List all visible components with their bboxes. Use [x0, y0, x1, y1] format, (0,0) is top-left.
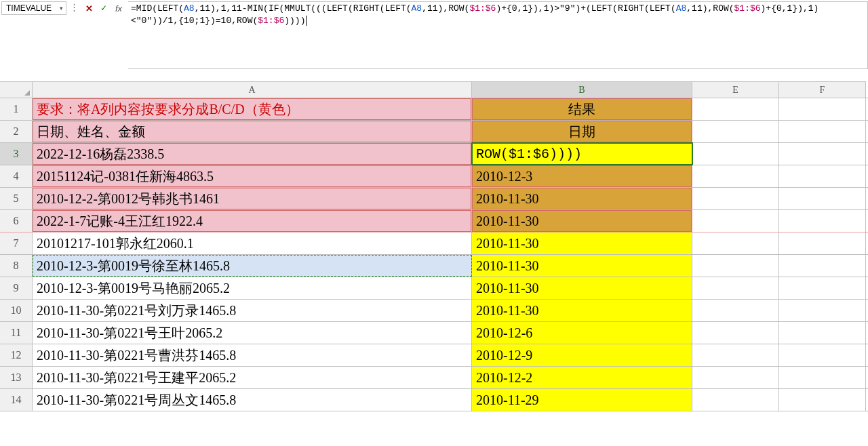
cell-B1[interactable]: 结果 [472, 98, 692, 120]
cell-F10[interactable] [779, 300, 866, 321]
cell-E13[interactable] [692, 367, 779, 388]
cell-A6[interactable]: 2022-1-7记账-4王江红1922.4 [33, 210, 472, 232]
row-header[interactable]: 8 [0, 255, 33, 277]
cell-B14[interactable]: 2010-11-29 [472, 389, 692, 411]
cell-B8[interactable]: 2010-11-30 [472, 255, 692, 277]
row-header[interactable]: 9 [0, 277, 33, 299]
cell-B7[interactable]: 2010-11-30 [472, 232, 692, 254]
table-row: 4 20151124记-0381任新海4863.5 2010-12-3 [0, 165, 868, 188]
row-header[interactable]: 11 [0, 322, 33, 344]
cell-F11[interactable] [779, 322, 866, 344]
cell-E2[interactable] [692, 121, 779, 142]
cell-B10[interactable]: 2010-11-30 [472, 300, 692, 321]
cell-E14[interactable] [692, 389, 779, 411]
cell-B12[interactable]: 2010-12-9 [472, 344, 692, 366]
cell-F4[interactable] [779, 165, 866, 187]
cell-B13[interactable]: 2010-12-2 [472, 367, 692, 388]
cell-E11[interactable] [692, 322, 779, 344]
name-box-value: TIMEVALUE [6, 3, 52, 13]
cell-F6[interactable] [779, 210, 866, 232]
cell-F13[interactable] [779, 367, 866, 388]
column-header-B[interactable]: B [472, 81, 692, 98]
cell-E5[interactable] [692, 188, 779, 209]
row-header[interactable]: 5 [0, 188, 33, 209]
cell-A11[interactable]: 2010-11-30-第0221号王叶2065.2 [33, 322, 472, 344]
cell-B3[interactable]: ROW($1:$6)))) [472, 143, 692, 165]
table-row: 9 2010-12-3-第0019号马艳丽2065.2 2010-11-30 [0, 277, 868, 300]
row-header[interactable]: 7 [0, 232, 33, 254]
cell-E3[interactable] [692, 143, 779, 165]
table-row: 11 2010-11-30-第0221号王叶2065.2 2010-12-6 [0, 322, 868, 344]
cell-A5[interactable]: 2010-12-2-第0012号韩兆书1461 [33, 188, 472, 209]
cell-A7[interactable]: 20101217-101郭永红2060.1 [33, 232, 472, 254]
separator-icon: ⋮ [69, 1, 79, 15]
cell-E6[interactable] [692, 210, 779, 232]
cell-B2[interactable]: 日期 [472, 121, 692, 142]
name-box[interactable]: TIMEVALUE ▾ [1, 1, 66, 15]
row-header[interactable]: 4 [0, 165, 33, 187]
cell-F3[interactable] [779, 143, 866, 165]
cell-B11[interactable]: 2010-12-6 [472, 322, 692, 344]
table-row: 8 2010-12-3-第0019号徐至林1465.8 2010-11-30 [0, 255, 868, 277]
table-row: 13 2010-11-30-第0221号王建平2065.2 2010-12-2 [0, 367, 868, 389]
row-header[interactable]: 6 [0, 210, 33, 232]
table-row: 14 2010-11-30-第0221号周丛文1465.8 2010-11-29 [0, 389, 868, 411]
cell-E9[interactable] [692, 277, 779, 299]
cell-F2[interactable] [779, 121, 866, 142]
row-header[interactable]: 3 [0, 143, 33, 165]
cell-F1[interactable] [779, 98, 866, 120]
cell-F14[interactable] [779, 389, 866, 411]
spreadsheet-grid: A B E F 1 要求：将A列内容按要求分成B/C/D（黄色） 结果 2 日期… [0, 81, 868, 411]
cell-E4[interactable] [692, 165, 779, 187]
cell-A1[interactable]: 要求：将A列内容按要求分成B/C/D（黄色） [33, 98, 472, 120]
table-row: 1 要求：将A列内容按要求分成B/C/D（黄色） 结果 [0, 98, 868, 121]
cell-A4[interactable]: 20151124记-0381任新海4863.5 [33, 165, 472, 187]
row-header[interactable]: 10 [0, 300, 33, 321]
column-header-A[interactable]: A [33, 81, 472, 98]
cell-A9[interactable]: 2010-12-3-第0019号马艳丽2065.2 [33, 277, 472, 299]
cell-E10[interactable] [692, 300, 779, 321]
grid-body: 1 要求：将A列内容按要求分成B/C/D（黄色） 结果 2 日期、姓名、金额 日… [0, 98, 868, 411]
cell-E12[interactable] [692, 344, 779, 366]
cell-F5[interactable] [779, 188, 866, 209]
cell-A10[interactable]: 2010-11-30-第0221号刘万录1465.8 [33, 300, 472, 321]
row-header[interactable]: 14 [0, 389, 33, 411]
cell-F7[interactable] [779, 232, 866, 254]
cell-B5[interactable]: 2010-11-30 [472, 188, 692, 209]
table-row: 2 日期、姓名、金额 日期 [0, 121, 868, 143]
row-header[interactable]: 12 [0, 344, 33, 366]
row-header[interactable]: 1 [0, 98, 33, 120]
fx-icon[interactable]: fx [113, 3, 124, 14]
column-header-E[interactable]: E [692, 81, 779, 98]
cell-E7[interactable] [692, 232, 779, 254]
cell-B9[interactable]: 2010-11-30 [472, 277, 692, 299]
cell-B4[interactable]: 2010-12-3 [472, 165, 692, 187]
chevron-down-icon[interactable]: ▾ [58, 5, 64, 12]
cell-A2[interactable]: 日期、姓名、金额 [33, 121, 472, 142]
enter-icon[interactable]: ✓ [98, 3, 109, 14]
cell-F8[interactable] [779, 255, 866, 277]
formula-bar-buttons: ✕ ✓ fx [82, 1, 125, 15]
cell-F9[interactable] [779, 277, 866, 299]
formula-input[interactable]: =MID(LEFT(A8,11),1,11-MIN(IF(MMULT(((LEF… [128, 1, 868, 69]
cell-A12[interactable]: 2010-11-30-第0221号曹洪芬1465.8 [33, 344, 472, 366]
row-header[interactable]: 2 [0, 121, 33, 142]
cell-E8[interactable] [692, 255, 779, 277]
column-header-F[interactable]: F [779, 81, 866, 98]
formula-bar: TIMEVALUE ▾ ⋮ ✕ ✓ fx =MID(LEFT(A8,11),1,… [0, 0, 868, 69]
cell-A8[interactable]: 2010-12-3-第0019号徐至林1465.8 [33, 255, 472, 277]
cell-E1[interactable] [692, 98, 779, 120]
table-row: 7 20101217-101郭永红2060.1 2010-11-30 [0, 232, 868, 255]
table-row: 6 2022-1-7记账-4王江红1922.4 2010-11-30 [0, 210, 868, 232]
select-all-corner[interactable] [0, 81, 33, 98]
cell-F12[interactable] [779, 344, 866, 366]
cell-B6[interactable]: 2010-11-30 [472, 210, 692, 232]
table-row: 5 2010-12-2-第0012号韩兆书1461 2010-11-30 [0, 188, 868, 210]
cell-A13[interactable]: 2010-11-30-第0221号王建平2065.2 [33, 367, 472, 388]
table-row: 3 2022-12-16杨磊2338.5 ROW($1:$6)))) [0, 143, 868, 165]
cancel-icon[interactable]: ✕ [83, 3, 94, 14]
row-header[interactable]: 13 [0, 367, 33, 388]
cell-A3[interactable]: 2022-12-16杨磊2338.5 [33, 143, 472, 165]
table-row: 10 2010-11-30-第0221号刘万录1465.8 2010-11-30 [0, 300, 868, 322]
cell-A14[interactable]: 2010-11-30-第0221号周丛文1465.8 [33, 389, 472, 411]
